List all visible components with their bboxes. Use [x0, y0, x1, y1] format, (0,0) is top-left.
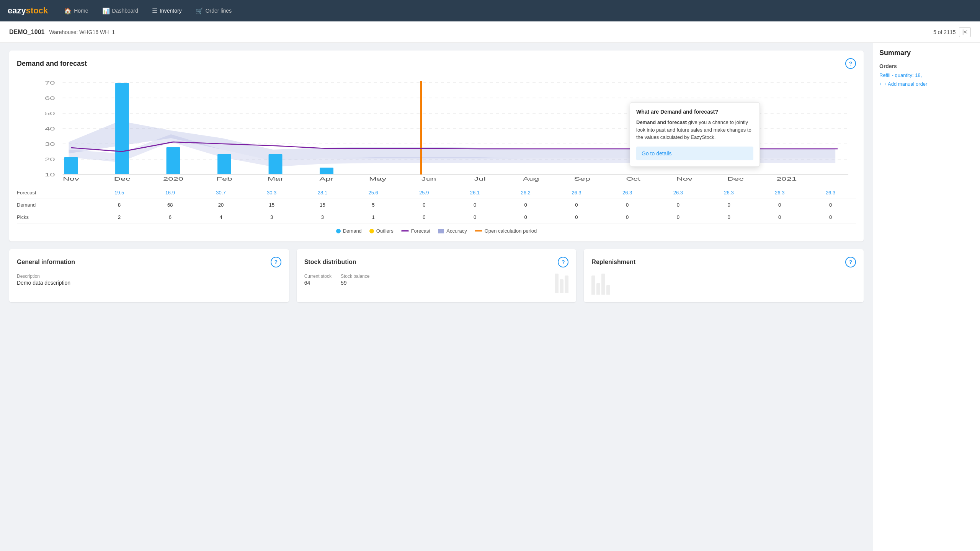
svg-rect-20 [269, 154, 283, 174]
add-order-label: + Add manual order [884, 81, 928, 87]
table-row-demand: Demand 8 68 20 15 15 5 0 0 0 0 0 0 0 [17, 199, 856, 211]
legend-accuracy: Accuracy [438, 228, 467, 234]
svg-text:May: May [369, 176, 387, 181]
nav-home[interactable]: 🏠 Home [59, 5, 93, 17]
forecast-dec2: 26.3 [754, 187, 805, 199]
add-manual-order-link[interactable]: + + Add manual order [879, 81, 974, 87]
demand-aug: 0 [551, 199, 602, 211]
picks-nov: 2 [94, 211, 145, 223]
card-header: Demand and forecast ? [17, 58, 856, 69]
nav-order-lines[interactable]: 🛒 Order lines [190, 5, 237, 17]
legend-demand: Demand [336, 228, 362, 234]
help-icon-stock[interactable]: ? [558, 257, 568, 267]
general-info-title: General information ? [17, 257, 281, 267]
demand-feb: 15 [246, 199, 297, 211]
forecast-2020: 30.7 [196, 187, 247, 199]
picks-mar: 3 [297, 211, 348, 223]
picks-nov2: 0 [704, 211, 755, 223]
picks-apr: 1 [348, 211, 399, 223]
svg-text:50: 50 [45, 111, 55, 116]
forecast-apr: 25.6 [348, 187, 399, 199]
stock-balance-field: Stock balance 59 [341, 274, 369, 286]
content-area: Demand and forecast ? 70 60 50 [0, 43, 873, 551]
row-label-demand: Demand [17, 199, 94, 211]
demand-sep: 0 [602, 199, 653, 211]
table-row-picks: Picks 2 6 4 3 3 1 0 0 0 0 0 0 0 [17, 211, 856, 223]
nav-prev-button[interactable]: |< [959, 27, 971, 37]
brand-logo[interactable]: eazystock [8, 6, 48, 16]
svg-rect-19 [217, 154, 231, 174]
chart-title: Demand and forecast [17, 60, 87, 68]
demand-nov: 8 [94, 199, 145, 211]
data-table: Forecast 19.5 16.9 30.7 30.3 28.1 25.6 2… [17, 187, 856, 223]
picks-2020: 4 [196, 211, 247, 223]
picks-dec: 6 [145, 211, 196, 223]
svg-text:Dec: Dec [727, 176, 744, 181]
demand-dec: 68 [145, 199, 196, 211]
legend-accuracy-area [438, 229, 444, 233]
legend-accuracy-label: Accuracy [446, 228, 467, 234]
demand-may: 0 [399, 199, 449, 211]
warehouse-label: Warehouse: WHG16 WH_1 [49, 29, 115, 35]
inventory-icon: ☰ [152, 7, 157, 15]
legend-open-calc-line [475, 230, 482, 231]
table-row-forecast: Forecast 19.5 16.9 30.7 30.3 28.1 25.6 2… [17, 187, 856, 199]
nav-dashboard-label: Dashboard [112, 8, 139, 14]
forecast-nov2: 26.3 [704, 187, 755, 199]
refill-order-link[interactable]: Refill - quantity: 18, [879, 72, 974, 78]
row-label-picks: Picks [17, 211, 94, 223]
svg-text:10: 10 [45, 172, 55, 177]
forecast-sep: 26.3 [602, 187, 653, 199]
description-field: Description Demo data description [17, 274, 281, 286]
nav-dashboard[interactable]: 📊 Dashboard [97, 5, 144, 17]
nav-inventory-label: Inventory [160, 8, 182, 14]
current-stock-field: Current stock 64 [304, 274, 332, 286]
legend-demand-dot [336, 229, 341, 233]
picks-feb: 3 [246, 211, 297, 223]
legend-outliers: Outliers [369, 228, 394, 234]
nav-inventory[interactable]: ☰ Inventory [147, 5, 187, 17]
general-info-title-text: General information [17, 259, 75, 266]
picks-jul: 0 [500, 211, 551, 223]
picks-jun: 0 [449, 211, 500, 223]
home-icon: 🏠 [64, 7, 72, 15]
tooltip-popup: What are Demand and forecast? Demand and… [630, 102, 760, 167]
picks-may: 0 [399, 211, 449, 223]
help-icon-demand[interactable]: ? [845, 58, 856, 69]
summary-title: Summary [879, 49, 974, 57]
breadcrumb-bar: DEMO_1001 Warehouse: WHG16 WH_1 5 of 211… [0, 21, 980, 43]
svg-rect-21 [320, 168, 333, 174]
picks-dec2: 0 [754, 211, 805, 223]
forecast-dec: 16.9 [145, 187, 196, 199]
chart-legend: Demand Outliers Forecast Accuracy Open c… [17, 228, 856, 234]
forecast-jun: 26.1 [449, 187, 500, 199]
svg-text:Apr: Apr [319, 176, 333, 181]
svg-rect-17 [115, 83, 129, 174]
demand-2021: 0 [805, 199, 856, 211]
forecast-aug: 26.3 [551, 187, 602, 199]
breadcrumb-right: 5 of 2115 |< [933, 27, 971, 37]
svg-text:Sep: Sep [574, 176, 590, 181]
row-label-forecast: Forecast [17, 187, 94, 199]
tooltip-title: What are Demand and forecast? [636, 109, 753, 115]
svg-text:20: 20 [45, 157, 55, 162]
demand-oct: 0 [653, 199, 704, 211]
sidebar: Summary Orders Refill - quantity: 18, + … [873, 43, 980, 551]
current-stock-label: Current stock [304, 274, 332, 279]
forecast-feb: 30.3 [246, 187, 297, 199]
general-info-card: General information ? Description Demo d… [9, 249, 289, 302]
svg-text:Feb: Feb [216, 176, 232, 181]
legend-forecast-line [401, 230, 409, 231]
forecast-oct: 26.3 [653, 187, 704, 199]
picks-aug: 0 [551, 211, 602, 223]
help-icon-replenishment[interactable]: ? [845, 257, 856, 267]
forecast-2021: 26.3 [805, 187, 856, 199]
svg-text:70: 70 [45, 80, 55, 85]
help-icon-general[interactable]: ? [271, 257, 281, 267]
replenishment-title: Replenishment ? [591, 257, 856, 267]
demand-jun: 0 [449, 199, 500, 211]
svg-rect-18 [167, 147, 180, 174]
replenishment-placeholder-chart [591, 274, 856, 295]
tooltip-go-to-details-link[interactable]: Go to details [636, 147, 753, 160]
current-stock-value: 64 [304, 280, 332, 286]
